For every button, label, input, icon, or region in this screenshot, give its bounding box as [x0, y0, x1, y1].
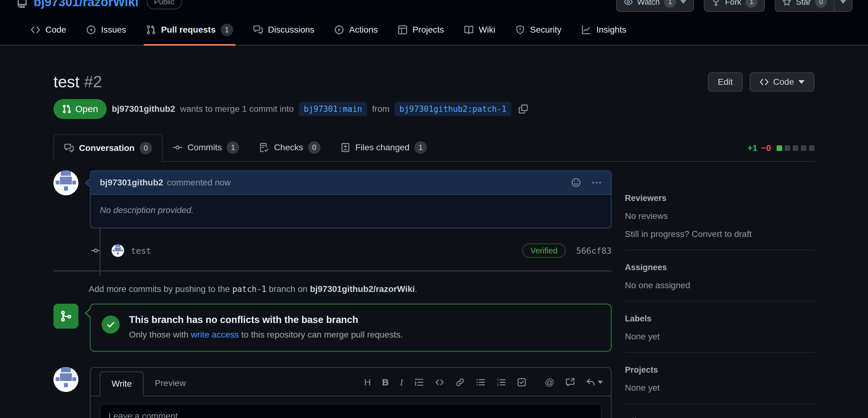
head-repo-name: bj97301github2/razorWiki — [310, 284, 415, 294]
projects-heading[interactable]: Projects — [625, 365, 814, 375]
reviewers-heading[interactable]: Reviewers — [625, 194, 814, 203]
fork-icon — [711, 0, 721, 6]
nav-tab-actions[interactable]: Actions — [324, 15, 388, 45]
timeline-line — [99, 227, 101, 276]
repo-icon — [16, 0, 28, 8]
cross-reference-icon[interactable] — [565, 378, 575, 387]
nav-tab-wiki[interactable]: Wiki — [454, 15, 505, 45]
checklist-icon — [259, 143, 269, 152]
repo-nav: Code Issues Pull requests 1 Discussions … — [16, 15, 852, 45]
shield-icon — [515, 25, 525, 35]
git-pull-request-icon — [62, 104, 71, 114]
chevron-down-icon — [840, 0, 846, 4]
convert-to-draft-link[interactable]: Still in progress? Convert to draft — [625, 229, 814, 239]
code-icon[interactable] — [435, 378, 444, 387]
italic-icon[interactable]: I — [400, 377, 403, 388]
watch-button[interactable]: Watch 1 — [616, 0, 694, 12]
merge-status-title: This branch has no conflicts with the ba… — [129, 314, 403, 325]
projects-empty-text: None yet — [625, 383, 814, 393]
tab-checks[interactable]: Checks 0 — [249, 134, 330, 161]
list-unordered-icon[interactable] — [476, 378, 485, 387]
pr-number: #2 — [84, 73, 102, 91]
verified-badge[interactable]: Verified — [522, 243, 565, 258]
star-dropdown-button[interactable] — [834, 0, 852, 11]
sidebar-section-assignees: Assignees No one assigned — [625, 250, 814, 302]
heading-icon[interactable]: H — [364, 377, 371, 388]
smiley-icon[interactable] — [571, 178, 581, 187]
diffstat-block — [777, 145, 782, 151]
star-button[interactable]: Star 0 — [775, 0, 834, 11]
tab-write[interactable]: Write — [100, 372, 144, 396]
reply-icon — [586, 378, 595, 387]
list-ordered-icon[interactable]: 12 — [496, 378, 506, 387]
nav-tab-code[interactable]: Code — [21, 15, 76, 45]
comment-author-link[interactable]: bj97301github2 — [100, 178, 163, 187]
sidebar-section-projects: Projects None yet — [625, 353, 814, 404]
merge-status-subtitle: Only those with write access to this rep… — [129, 330, 403, 340]
sidebar-section-milestone: Milestone No milestone — [625, 404, 814, 418]
diffstat-block — [809, 145, 814, 151]
commits-count-badge: 1 — [227, 141, 239, 154]
commit-message-link[interactable]: test — [131, 246, 151, 255]
mention-icon[interactable]: @ — [545, 377, 554, 388]
repo-title-row: bj97301/razorWiki Public Watch 1 Fork 1 — [16, 0, 852, 12]
milestone-heading[interactable]: Milestone — [625, 416, 814, 418]
comment-editor: Write Preview H B I — [90, 367, 612, 418]
head-branch-chip: bj97301github2:patch-1 — [395, 102, 512, 116]
pr-timeline: bj97301github2 commented now No descript… — [54, 171, 612, 418]
commit-sha-link[interactable]: 566cf83 — [576, 246, 612, 255]
fork-label: Fork — [725, 0, 741, 7]
tab-preview[interactable]: Preview — [144, 371, 197, 396]
write-access-link[interactable]: write access — [191, 330, 239, 340]
nav-tab-security[interactable]: Security — [505, 15, 571, 45]
file-diff-icon — [340, 143, 350, 152]
git-commit-icon — [173, 143, 183, 152]
current-user-avatar[interactable] — [54, 367, 79, 392]
nav-tab-discussions[interactable]: Discussions — [243, 15, 324, 45]
nav-tab-pull-requests[interactable]: Pull requests 1 — [136, 15, 243, 45]
pr-sidebar: Reviewers No reviews Still in progress? … — [625, 171, 814, 418]
edit-button[interactable]: Edit — [708, 72, 743, 92]
code-dropdown-button[interactable]: Code — [749, 72, 814, 92]
nav-tab-issues[interactable]: Issues — [76, 15, 136, 45]
base-branch-chip: bj97301:main — [299, 102, 367, 116]
repo-header: bj97301/razorWiki Public Watch 1 Fork 1 — [0, 0, 868, 46]
tasklist-icon[interactable] — [517, 378, 526, 387]
code-icon — [30, 25, 40, 35]
sidebar-section-labels: Labels None yet — [625, 302, 814, 353]
copy-icon[interactable] — [518, 104, 528, 114]
pr-title: test #2 — [54, 72, 102, 91]
avatar[interactable] — [54, 171, 79, 195]
commit-author-avatar[interactable] — [112, 244, 124, 257]
pr-state-badge: Open — [54, 99, 106, 119]
tab-commits[interactable]: Commits 1 — [163, 134, 249, 161]
git-merge-icon — [54, 304, 79, 328]
push-hint: Add more commits by pushing to the patch… — [54, 284, 612, 294]
link-icon[interactable] — [456, 378, 465, 387]
git-pull-request-icon — [146, 25, 156, 35]
github-pull-request-page: bj97301/razorWiki Public Watch 1 Fork 1 — [0, 0, 868, 418]
star-button-group: Star 0 — [775, 0, 852, 12]
kebab-menu-icon[interactable] — [592, 178, 601, 187]
quote-icon[interactable] — [414, 378, 424, 387]
watch-label: Watch — [637, 0, 660, 7]
assignees-heading[interactable]: Assignees — [625, 263, 814, 272]
comment-body: No description provided. — [90, 195, 611, 228]
tab-files-changed[interactable]: Files changed 1 — [331, 134, 437, 161]
nav-tab-insights[interactable]: Insights — [571, 15, 637, 45]
fork-button[interactable]: Fork 1 — [704, 0, 765, 12]
chevron-down-icon — [798, 80, 805, 84]
bold-icon[interactable]: B — [382, 377, 389, 388]
code-icon — [760, 77, 769, 86]
comment-header: bj97301github2 commented now — [90, 171, 611, 195]
labels-heading[interactable]: Labels — [625, 314, 814, 323]
comment-textarea[interactable] — [100, 404, 601, 418]
pr-author-link[interactable]: bj97301github2 — [112, 104, 175, 114]
tab-conversation[interactable]: Conversation 0 — [54, 135, 163, 162]
nav-tab-projects[interactable]: Projects — [388, 15, 454, 45]
graph-icon — [581, 25, 591, 35]
saved-replies-button[interactable] — [586, 378, 603, 387]
issue-opened-icon — [86, 25, 96, 35]
repo-name-link[interactable]: bj97301/razorWiki — [34, 0, 138, 9]
branch-name: patch-1 — [232, 284, 267, 294]
